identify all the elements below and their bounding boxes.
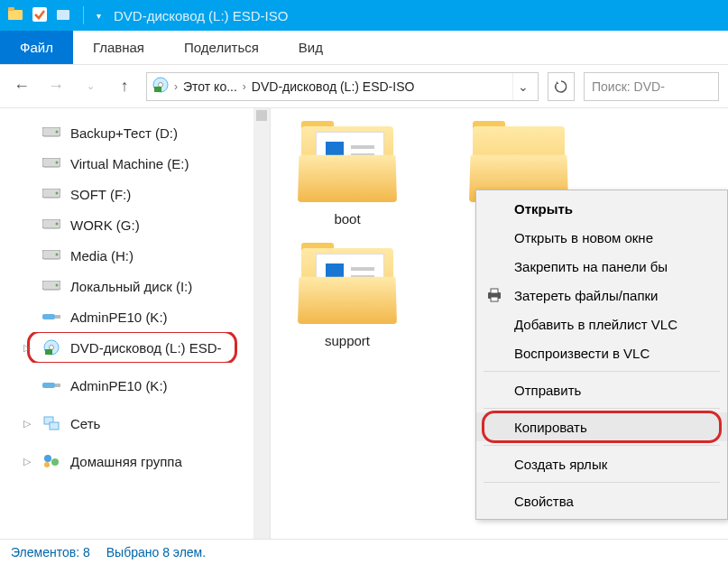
context-menu-item-label: Открыть в новом окне — [514, 230, 653, 245]
sidebar-item-label: Media (H:) — [70, 248, 134, 264]
context-menu-item[interactable]: Свойства — [476, 486, 727, 515]
folder-icon — [298, 121, 397, 202]
drive-icon — [41, 248, 61, 263]
printer-icon — [485, 286, 503, 304]
sidebar-item[interactable]: Media (H:) — [0, 240, 270, 271]
breadcrumb-root[interactable]: Этот ко... — [183, 79, 237, 94]
breadcrumb-sep-icon: › — [174, 80, 178, 93]
expander-icon[interactable]: ▷ — [23, 418, 31, 430]
sidebar-item[interactable]: Backup+Тест (D:) — [0, 117, 270, 148]
svg-rect-27 — [50, 422, 59, 430]
qat-dropdown-icon[interactable]: ▾ — [97, 11, 101, 21]
folder-label: boot — [334, 211, 360, 227]
svg-point-10 — [56, 162, 59, 164]
group-icon — [41, 454, 61, 468]
breadcrumb-current[interactable]: DVD-дисковод (L:) ESD-ISO — [252, 79, 415, 94]
context-menu-item-label: Открыть — [514, 201, 573, 217]
tab-home[interactable]: Главная — [73, 31, 164, 64]
drive-icon — [41, 279, 61, 293]
sidebar-item[interactable]: AdminPE10 (K:) — [0, 370, 270, 401]
sidebar-item[interactable]: WORK (G:) — [0, 209, 270, 240]
qat-folder-icon[interactable] — [56, 7, 70, 24]
drive-icon — [41, 217, 61, 232]
sidebar-item-label: WORK (G:) — [70, 217, 140, 233]
context-menu-item-label: Создать ярлык — [514, 457, 607, 472]
svg-point-18 — [56, 284, 59, 287]
body: Backup+Тест (D:)Virtual Machine (E:)SOFT… — [0, 108, 728, 539]
sidebar-item-label: AdminPE10 (K:) — [70, 378, 168, 393]
context-menu-item[interactable]: Добавить в плейлист VLC — [476, 310, 727, 338]
tab-view[interactable]: Вид — [279, 31, 343, 64]
sidebar-item-label: Backup+Тест (D:) — [70, 125, 178, 141]
expander-icon[interactable]: ▷ — [23, 342, 31, 354]
qat-divider — [83, 6, 84, 24]
sidebar-item-label: Домашняя группа — [70, 454, 182, 469]
svg-point-30 — [44, 462, 50, 467]
sidebar-item[interactable]: ▷Сеть — [0, 408, 270, 439]
context-menu-item[interactable]: Открыть в новом окне — [476, 223, 727, 252]
nav-up-button[interactable]: ↑ — [112, 74, 137, 99]
tab-file[interactable]: Файл — [0, 31, 73, 64]
content-pane[interactable]: bootsupport ОткрытьОткрыть в новом окнеЗ… — [271, 108, 728, 539]
drive-icon — [41, 156, 61, 171]
nav-row: ← → ⌄ ↑ › Этот ко... › DVD-дисковод (L:)… — [0, 65, 728, 108]
folder-item[interactable]: support — [289, 243, 406, 348]
window-title: DVD-дисковод (L:) ESD-ISO — [114, 8, 288, 23]
context-menu-item-label: Закрепить на панели бы — [514, 259, 668, 274]
drive-icon — [41, 187, 61, 201]
context-menu-item[interactable]: Воспроизвести в VLC — [476, 338, 727, 367]
status-item-count: Элементов: 8 — [11, 545, 90, 559]
context-menu-separator — [484, 408, 720, 409]
sidebar-item[interactable]: AdminPE10 (K:) — [0, 301, 270, 332]
sidebar-item-label: Сеть — [70, 416, 100, 431]
sidebar-item[interactable]: ▷Домашняя группа — [0, 446, 270, 476]
tab-share[interactable]: Поделиться — [164, 31, 279, 64]
svg-point-29 — [51, 458, 59, 466]
folder-label: support — [325, 333, 370, 348]
net-icon — [41, 416, 61, 430]
sidebar-item[interactable]: SOFT (F:) — [0, 179, 270, 209]
nav-forward-button[interactable]: → — [43, 74, 69, 99]
nav-back-button[interactable]: ← — [9, 74, 34, 99]
svg-rect-33 — [491, 297, 498, 301]
search-placeholder: Поиск: DVD- — [592, 79, 665, 94]
context-menu-item-label: Отправить — [514, 383, 581, 398]
svg-point-5 — [159, 83, 163, 88]
statusbar: Элементов: 8 Выбрано 8 элем. — [0, 539, 728, 564]
svg-rect-20 — [55, 315, 60, 319]
refresh-button[interactable] — [548, 72, 575, 101]
explorer-icon — [7, 6, 23, 25]
sidebar-item[interactable]: Локальный диск (I:) — [0, 271, 270, 301]
svg-point-28 — [44, 455, 51, 462]
usb-icon — [41, 310, 61, 324]
sidebar-item[interactable]: ▷DVD-дисковод (L:) ESD- — [0, 332, 270, 363]
svg-point-12 — [56, 192, 59, 195]
sidebar-item-label: SOFT (F:) — [70, 187, 131, 202]
breadcrumb-dropdown[interactable]: ⌄ — [512, 73, 532, 100]
context-menu-item[interactable]: Создать ярлык — [476, 449, 727, 478]
folder-icon — [298, 243, 397, 324]
svg-rect-23 — [45, 349, 52, 355]
nav-recent-dropdown[interactable]: ⌄ — [78, 74, 103, 99]
context-menu-separator — [484, 482, 720, 483]
context-menu-item[interactable]: Закрепить на панели бы — [476, 252, 727, 281]
disc-icon — [41, 340, 61, 355]
svg-rect-24 — [42, 383, 55, 388]
breadcrumb[interactable]: › Этот ко... › DVD-дисковод (L:) ESD-ISO… — [146, 72, 539, 101]
svg-rect-19 — [42, 314, 55, 319]
sidebar-scrollbar[interactable] — [253, 108, 270, 539]
context-menu-item-label: Воспроизвести в VLC — [514, 346, 650, 361]
qat-checkbox-icon[interactable] — [32, 7, 47, 24]
svg-rect-6 — [154, 87, 161, 92]
expander-icon[interactable]: ▷ — [23, 456, 31, 467]
context-menu-item[interactable]: Копировать — [476, 412, 727, 441]
svg-rect-25 — [55, 384, 60, 387]
sidebar-item[interactable]: Virtual Machine (E:) — [0, 148, 270, 179]
sidebar-item-label: Virtual Machine (E:) — [70, 156, 189, 171]
search-input[interactable]: Поиск: DVD- — [584, 72, 719, 101]
context-menu-item[interactable]: Отправить — [476, 375, 727, 404]
context-menu-item[interactable]: Открыть — [476, 194, 727, 223]
context-menu-item[interactable]: Затереть файлы/папки — [476, 281, 727, 310]
folder-item[interactable]: boot — [289, 121, 406, 227]
svg-rect-32 — [491, 289, 498, 293]
